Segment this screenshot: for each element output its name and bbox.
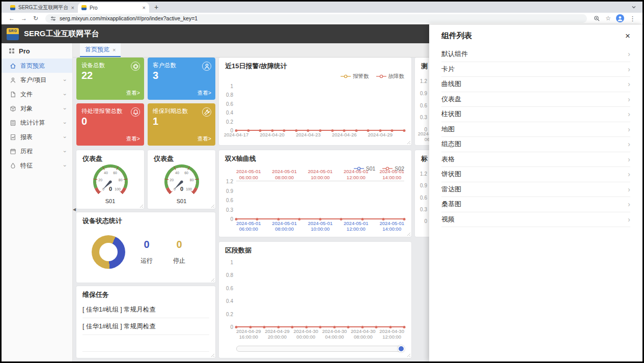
- component-item-9[interactable]: 雷达图›: [441, 182, 630, 198]
- panel-title: 维保任务: [76, 286, 215, 299]
- maintenance-task[interactable]: [ 佳华1#机组 ] 常规周检查: [82, 318, 209, 335]
- profile-avatar[interactable]: [616, 14, 624, 22]
- maintenance-task[interactable]: [ 佳华1#机组 ] 常规月检查: [82, 301, 209, 318]
- svg-text:100: 100: [115, 187, 121, 191]
- stat-card-2[interactable]: 待处理报警总数0查看>: [76, 103, 144, 146]
- component-item-label: 桑基图: [441, 200, 461, 209]
- y-axis-label: 0.9: [420, 183, 427, 188]
- bookmark-star-icon[interactable]: ☆: [605, 15, 611, 21]
- stat-card-1[interactable]: 客户总数3查看>: [148, 58, 215, 100]
- component-item-11[interactable]: 视频›: [441, 212, 630, 228]
- legend-item[interactable]: S02: [382, 165, 404, 172]
- sidebar-item-2[interactable]: 文件›: [2, 87, 72, 101]
- y-axis-label: 0: [230, 216, 233, 222]
- stat-cards: 设备总数22查看>客户总数3查看>待处理报警总数0查看>维保到期总数1查看>: [76, 58, 215, 146]
- x-axis-label: 2024-04-3012:00:00: [379, 328, 404, 340]
- component-item-4[interactable]: 柱状图›: [441, 107, 630, 122]
- sidebar-collapse-handle[interactable]: ◀: [73, 58, 77, 361]
- chevron-down-icon: ›: [63, 136, 68, 138]
- back-icon[interactable]: ←: [9, 15, 15, 21]
- browser-tab-1[interactable]: Pro×: [78, 3, 149, 13]
- browser-tab-0[interactable]: SERG工业互联网平台×: [7, 3, 78, 13]
- stat-card-view-link[interactable]: 查看>: [126, 135, 140, 143]
- zoom-icon[interactable]: [594, 15, 600, 22]
- x-axis-label: 2024-05-0106:00:00: [236, 220, 261, 232]
- donut-hole: [99, 243, 118, 261]
- sidebar-app-row: Pro: [2, 43, 72, 59]
- stat-card-title: 维保到期总数: [153, 107, 188, 115]
- chevron-right-icon: ›: [628, 141, 630, 148]
- report-icon: [10, 134, 16, 141]
- tab-search-chevron-icon[interactable]: [631, 5, 636, 10]
- component-item-3[interactable]: 仪表盘›: [441, 92, 630, 107]
- legend-item[interactable]: 故障数: [376, 73, 405, 80]
- sidebar-item-1[interactable]: 客户/项目›: [2, 73, 72, 87]
- site-info-icon[interactable]: [50, 16, 56, 21]
- component-item-0[interactable]: 默认组件›: [441, 47, 630, 62]
- component-item-2[interactable]: 曲线图›: [441, 77, 630, 92]
- sidebar-item-3[interactable]: 对象›: [2, 101, 72, 116]
- y-axis-label: 0: [424, 218, 427, 224]
- tab-close-icon[interactable]: ×: [143, 5, 146, 11]
- stat-card-view-link[interactable]: 查看>: [126, 90, 140, 97]
- series-point: [382, 218, 384, 220]
- chevron-down-icon: ›: [63, 93, 68, 95]
- tab-close-icon[interactable]: ×: [71, 5, 74, 11]
- logo-band: [7, 34, 19, 40]
- component-item-label: 默认组件: [441, 49, 468, 59]
- datazoom-handle[interactable]: [398, 345, 405, 352]
- stat-card-3[interactable]: 维保到期总数1查看>: [148, 103, 215, 146]
- component-item-1[interactable]: 卡片›: [441, 62, 630, 77]
- panel-device-status: 设备状态统计 0运行0停止: [76, 212, 215, 283]
- chevron-right-icon: ›: [628, 50, 630, 58]
- sidebar-item-5[interactable]: 报表›: [2, 130, 72, 144]
- x-axis-label: 2024-05-0114:00:00: [379, 220, 404, 232]
- stat-card-0[interactable]: 设备总数22查看>: [76, 58, 144, 100]
- drawer-close-icon[interactable]: ×: [625, 32, 630, 40]
- drawer-title: 组件列表: [441, 31, 472, 41]
- y-axis-label: 1.2: [226, 179, 233, 184]
- x-axis-label: 2024-05-0112:00:00: [344, 220, 369, 232]
- sidebar-item-4[interactable]: 统计计算›: [2, 116, 72, 130]
- chevron-down-icon: ›: [63, 122, 68, 124]
- page-tab-home[interactable]: 首页预览 ×: [80, 43, 121, 57]
- component-item-7[interactable]: 表格›: [441, 152, 630, 167]
- sidebar-item-7[interactable]: 特征›: [2, 158, 72, 173]
- droplet-icon: [10, 162, 16, 169]
- series-point: [298, 218, 300, 220]
- datazoom-slider[interactable]: [236, 346, 404, 352]
- series-point: [283, 129, 286, 132]
- stat-card-title: 设备总数: [81, 62, 105, 69]
- cube-icon: [10, 105, 16, 112]
- forward-icon[interactable]: →: [21, 15, 27, 21]
- menu-kebab-icon[interactable]: ⋮: [629, 15, 636, 22]
- resize-handle-icon[interactable]: [210, 352, 214, 357]
- chevron-right-icon: ›: [628, 186, 630, 193]
- series-point: [367, 129, 370, 132]
- stat-card-view-link[interactable]: 查看>: [198, 90, 211, 97]
- page-tab-close-icon[interactable]: ×: [113, 47, 116, 53]
- legend-item[interactable]: 报警数: [341, 73, 369, 80]
- series-point: [361, 218, 363, 220]
- component-item-10[interactable]: 桑基图›: [441, 197, 630, 212]
- sidebar-item-label: 首页预览: [20, 62, 45, 70]
- component-item-8[interactable]: 饼状图›: [441, 167, 630, 182]
- chevron-down-icon: ›: [63, 164, 68, 166]
- series-point: [403, 326, 406, 328]
- user-icon: [10, 77, 16, 83]
- sidebar-item-label: 对象: [20, 104, 33, 113]
- address-bar[interactable]: serg.mixyun.com/mixapplication/#/pro/ind…: [45, 14, 587, 23]
- x-axis-label: 2024-04-2916:00:00: [236, 328, 261, 340]
- stat-card-view-link[interactable]: 查看>: [198, 135, 211, 143]
- series-point: [247, 129, 249, 132]
- component-item-5[interactable]: 地图›: [441, 122, 630, 137]
- component-item-6[interactable]: 组态图›: [441, 137, 630, 152]
- sidebar-item-label: 特征: [20, 161, 33, 170]
- reload-icon[interactable]: ↻: [33, 15, 38, 21]
- series-point: [235, 326, 238, 328]
- series-point: [391, 129, 394, 132]
- sidebar-item-6[interactable]: 历程›: [2, 144, 72, 158]
- legend-item[interactable]: S01: [354, 165, 376, 172]
- sidebar-item-0[interactable]: 首页预览: [2, 59, 72, 73]
- new-tab-button[interactable]: +: [154, 4, 158, 11]
